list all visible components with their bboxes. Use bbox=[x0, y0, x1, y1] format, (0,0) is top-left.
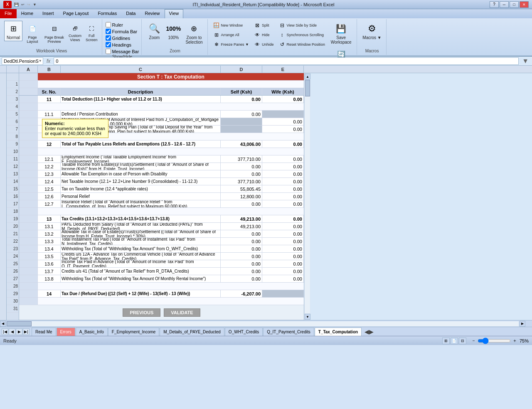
tab-more-indicator[interactable]: ◀▶ bbox=[362, 328, 376, 335]
sheet-nav-last[interactable]: ▶| bbox=[23, 328, 30, 335]
col-header-C[interactable]: C bbox=[61, 66, 221, 73]
qat-undo[interactable]: ↩ bbox=[20, 2, 25, 7]
col-header-B[interactable]: B bbox=[38, 66, 61, 73]
split-label: Split bbox=[262, 23, 269, 27]
gridlines-checkbox[interactable] bbox=[106, 35, 111, 41]
zoom-selection-label: Zoom toSelection bbox=[185, 35, 202, 44]
headings-checkbox-row[interactable]: Headings bbox=[106, 42, 131, 48]
zoom-level[interactable]: 75% bbox=[520, 338, 529, 343]
ruler-checkbox[interactable] bbox=[106, 22, 111, 27]
show-hide-group: Ruler Formula Bar Gridlines Headings Mes… bbox=[103, 19, 142, 55]
view-page-btn[interactable]: 📄 bbox=[451, 338, 458, 344]
scroll-left-btn[interactable]: ◀ bbox=[0, 321, 6, 327]
col-header-D[interactable]: D bbox=[221, 66, 262, 73]
sync-scroll-btn[interactable]: ↕ Synchronous Scrolling bbox=[277, 30, 328, 39]
custom-views-btn[interactable]: 🗗 CustomViews bbox=[67, 22, 83, 43]
close-btn[interactable]: ✕ bbox=[520, 1, 529, 8]
page-break-btn[interactable]: ⊟ Page BreakPreview bbox=[42, 21, 66, 45]
sheet-nav: |◀ ◀ ▶ ▶| bbox=[2, 328, 30, 335]
view-side-btn[interactable]: ⊟ View Side by Side bbox=[277, 21, 328, 30]
formula-bar-checkbox-row[interactable]: Formula Bar bbox=[106, 28, 138, 34]
gridlines-checkbox-row[interactable]: Gridlines bbox=[106, 35, 130, 41]
previous-btn[interactable]: PREVIOUS bbox=[123, 308, 160, 317]
split-btn[interactable]: ⊠ Split bbox=[252, 21, 276, 30]
message-bar-checkbox[interactable] bbox=[106, 49, 111, 54]
freeze-label: Freeze Panes ▼ bbox=[221, 42, 249, 47]
sheet-nav-prev[interactable]: ◀ bbox=[9, 328, 15, 335]
unhide-btn[interactable]: 👁 Unhide bbox=[252, 40, 276, 49]
zoom-selection-btn[interactable]: ⊕ Zoom toSelection bbox=[183, 21, 204, 46]
tab-a-basic[interactable]: A_Basic_Info bbox=[76, 328, 108, 336]
tab-formulas[interactable]: Formulas bbox=[93, 9, 121, 18]
tab-page-layout[interactable]: Page Layout bbox=[59, 9, 94, 18]
reset-window-btn[interactable]: ↺ Reset Window Position bbox=[277, 40, 328, 49]
normal-btn[interactable]: ⊞ Normal bbox=[4, 21, 22, 41]
sheet-tabs-bar: |◀ ◀ ▶ ▶| Read Me Errors A_Basic_Info F_… bbox=[0, 327, 532, 336]
name-box[interactable]: DedDtl.PensionS ▼ bbox=[2, 57, 43, 65]
arrange-btn[interactable]: ⊞ Arrange All bbox=[211, 30, 251, 39]
title-bar-left: X 💾 ↩ ↪ ▼ bbox=[3, 1, 37, 8]
page-layout-label: PageLayout bbox=[27, 35, 38, 44]
scroll-down-btn[interactable]: ▼ bbox=[305, 314, 310, 320]
col-header-A[interactable]: A bbox=[19, 66, 38, 73]
page-layout-btn[interactable]: 📄 PageLayout bbox=[23, 21, 42, 45]
formula-input[interactable]: 0 bbox=[54, 57, 519, 65]
scroll-thumb[interactable] bbox=[305, 80, 310, 96]
freeze-btn[interactable]: ❄ Freeze Panes ▼ bbox=[211, 40, 251, 49]
ruler-checkbox-row[interactable]: Ruler bbox=[106, 22, 123, 28]
view-normal-btn[interactable]: ⊞ bbox=[442, 338, 450, 344]
scroll-right-btn[interactable]: ▶ bbox=[520, 321, 525, 327]
tab-read-me[interactable]: Read Me bbox=[32, 328, 56, 336]
spreadsheet-area: A B C D E 123456789101112131415161718192… bbox=[0, 66, 532, 327]
message-bar-checkbox-row[interactable]: Message Bar bbox=[106, 48, 139, 54]
zoom-in-btn[interactable]: ＋ bbox=[512, 338, 517, 344]
view-preview-btn[interactable]: ⊟ bbox=[459, 338, 466, 344]
status-right: ⊞ 📄 ⊟ － ＋ 75% bbox=[442, 338, 529, 344]
expand-formula-btn[interactable]: ▼ bbox=[520, 57, 530, 65]
macros-btn[interactable]: ⚙ Macros ▼ bbox=[360, 21, 383, 41]
tab-o-wht[interactable]: O_WHT_Credits bbox=[225, 328, 263, 336]
tab-q-payment[interactable]: Q_IT_Payment_Credits bbox=[263, 328, 314, 336]
message-bar-label: Message Bar bbox=[112, 49, 139, 54]
zoom-100-btn[interactable]: 100% 100% bbox=[164, 21, 182, 41]
tab-m-paye[interactable]: M_Details_of_PAYE_Deducted bbox=[160, 328, 224, 336]
vertical-scrollbar[interactable]: ▲ ▼ bbox=[304, 73, 310, 320]
tab-file[interactable]: File bbox=[0, 9, 17, 18]
headings-checkbox[interactable] bbox=[106, 42, 111, 47]
validate-btn[interactable]: VALIDATE bbox=[164, 308, 200, 317]
formula-bar-checkbox[interactable] bbox=[106, 29, 111, 34]
qat-redo[interactable]: ↪ bbox=[26, 2, 31, 7]
arrange-label: Arrange All bbox=[221, 33, 239, 37]
tab-home[interactable]: Home bbox=[17, 9, 38, 18]
zoom-out-btn[interactable]: － bbox=[471, 338, 476, 344]
qat-more[interactable]: ▼ bbox=[32, 2, 37, 7]
page-break-label: Page BreakPreview bbox=[44, 35, 64, 44]
tab-view[interactable]: View bbox=[165, 9, 184, 18]
new-window-btn[interactable]: 🪟 New Window bbox=[211, 21, 251, 30]
zoom-slider[interactable] bbox=[478, 338, 511, 344]
tab-data[interactable]: Data bbox=[121, 9, 140, 18]
qat-save[interactable]: 💾 bbox=[13, 2, 20, 7]
hide-btn[interactable]: 👁 Hide bbox=[252, 30, 276, 39]
zoom-btn[interactable]: 🔍 Zoom bbox=[145, 21, 163, 41]
full-screen-btn[interactable]: ⛶ FullScreen bbox=[84, 22, 99, 43]
col-header-E[interactable]: E bbox=[262, 66, 304, 73]
h-scroll-thumb[interactable] bbox=[7, 321, 32, 326]
full-screen-label: FullScreen bbox=[86, 34, 98, 42]
custom-views-icon: 🗗 bbox=[70, 24, 80, 34]
help-btn[interactable]: ? bbox=[490, 1, 499, 8]
tab-errors[interactable]: Errors bbox=[57, 328, 75, 336]
sheet-nav-first[interactable]: |◀ bbox=[2, 328, 8, 335]
save-workspace-btn[interactable]: 💾 SaveWorkspace bbox=[329, 21, 354, 46]
tab-review[interactable]: Review bbox=[140, 9, 164, 18]
name-box-arrow[interactable]: ▼ bbox=[39, 59, 42, 63]
restore-btn[interactable]: □ bbox=[510, 1, 519, 8]
freeze-icon: ❄ bbox=[213, 41, 220, 48]
minimize-btn[interactable]: ─ bbox=[500, 1, 509, 8]
tab-insert[interactable]: Insert bbox=[38, 9, 59, 18]
sheet-nav-next[interactable]: ▶ bbox=[16, 328, 22, 335]
zoom-selection-icon: ⊕ bbox=[187, 22, 201, 35]
scroll-up-btn[interactable]: ▲ bbox=[305, 74, 310, 79]
tab-t-tax[interactable]: T_Tax_Computation bbox=[315, 328, 362, 336]
tab-f-employment[interactable]: F_Employment_Income bbox=[108, 328, 160, 336]
